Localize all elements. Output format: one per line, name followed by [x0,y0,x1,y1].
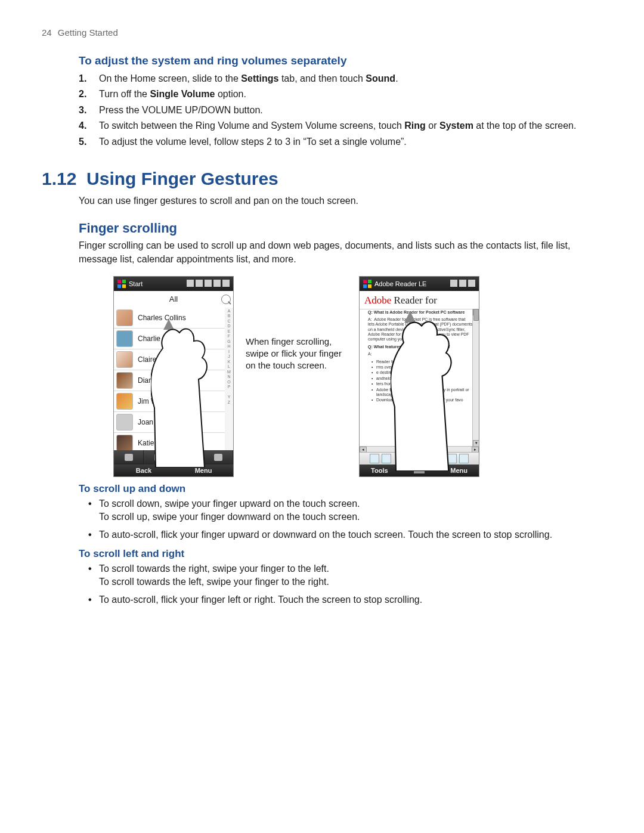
gestures-intro: You can use finger gestures to scroll an… [79,194,602,208]
all-label: All [169,295,178,304]
search-icon [221,295,231,304]
contact-name: Diana M [138,376,165,385]
list-item: To adjust the volume level, follow steps… [79,135,602,148]
contact-row: Jim Wong [114,391,225,412]
reader-softkey-bar: Tools Menu [360,465,479,476]
figure-phone-contacts: Start All Charles CollinsCharlie GrayCla… [113,276,234,477]
softkey-bar: Back Menu [114,465,233,476]
contact-row: Charles Collins [114,308,225,329]
adobe-brand-red: Adobe [364,295,391,306]
doc-q1: Q: What is Adobe Reader for Pocket PC so… [368,310,473,315]
windows-flag-icon [117,280,126,288]
vertical-scroll-thumb [473,309,479,321]
tab-icon [184,454,193,461]
contact-row: Charlie Gray [114,329,225,349]
contact-row: Katie Jackson [114,433,225,450]
list-item: Press the VOLUME UP/DOWN button. [79,104,602,117]
running-header: 24 Getting Started [42,27,602,38]
tab-icon [214,454,222,461]
figure-row: Start All Charles CollinsCharlie GrayCla… [113,276,602,477]
phone-title-bar: Start [114,277,233,291]
reader-title: Adobe Reader LE [374,280,426,287]
doc-a1: A: Adobe Reader for Pocket PC is free so… [368,317,473,342]
figure-caption: When finger scrolling, swipe or flick yo… [246,336,347,372]
contact-name: Claire Nicols [138,355,178,364]
list-item: andheld device to a remot [371,376,473,381]
softkey-menu: Menu [174,465,233,476]
list-item: rms over a wireless co [371,365,473,370]
list-item: To switch between the Ring Volume and Sy… [79,119,602,132]
avatar [116,330,133,347]
toolbar-icon [447,454,457,463]
avatar [116,351,133,368]
contact-name: Joan Smith [138,418,174,426]
doc-q2: Q: What features are new Adobe Reader f [368,345,473,349]
avatar [116,414,133,431]
status-icons [185,280,230,288]
heading-adjust-volumes: To adjust the system and ring volumes se… [79,54,602,67]
prev-page-icon: ◂ [409,456,413,462]
doc-a2-list: Reader for Pocket PCrms over a wireless … [371,360,473,403]
reader-document-body: Q: What is Adobe Reader for Pocket PC so… [362,309,473,453]
sip-keyboard-icon [414,467,425,473]
finger-scrolling-intro: Finger scrolling can be used to scroll u… [79,239,602,266]
list-item: Turn off the Single Volume option. [79,88,602,101]
toolbar-icon [382,454,391,463]
page-indicator: 1/3 [415,455,431,462]
doc-a2-label: A: [368,352,473,357]
list-item: Download and read digital editions of yo… [371,398,473,402]
heading-scroll-updown: To scroll up and down [79,483,602,495]
toolbar-icon [370,454,379,463]
list-item: Reader for Pocket PC [371,360,473,364]
avatar [116,435,133,450]
softkey-tools: Tools [360,465,400,476]
next-page-icon: ▸ [433,456,436,462]
contact-name: Charlie Gray [138,335,178,343]
steps-adjust-volumes: On the Home screen, slide to the Setting… [79,72,602,148]
first-page-icon: |◂ [401,456,407,462]
list-item: Adobe PDF Slideshows generated by in por… [371,388,473,398]
contact-row: Joan Smith [114,412,225,433]
avatar [116,309,133,326]
list-item: On the Home screen, slide to the Setting… [79,72,602,85]
bullets-updown: To scroll down, swipe your finger upward… [88,497,602,542]
list-item: To auto-scroll, flick your finger upward… [88,528,602,541]
list-item: To auto-scroll, flick your finger left o… [88,593,602,606]
section-title: Using Finger Gestures [86,169,278,188]
figure-phone-reader: Adobe Reader LE Adobe Reader for Q: What… [359,276,479,477]
status-icons [448,280,475,288]
windows-flag-icon [363,280,371,288]
reader-toolbar: |◂ ◂ 1/3 ▸ ▸| [360,452,479,465]
contact-name: Charles Collins [138,314,186,322]
subheading-finger-scrolling: Finger scrolling [79,221,602,236]
contact-row: Diana M [114,370,225,391]
softkey-back: Back [114,465,174,476]
tab-icon [125,454,133,461]
contacts-list: Charles CollinsCharlie GrayClaire Nicols… [114,308,225,450]
contacts-filter-all: All [114,291,233,308]
adobe-brand-black: Reader for [391,295,436,306]
avatar [116,372,133,389]
start-label: Start [129,280,143,287]
page-number: 24 [42,27,52,38]
section-heading-gestures: 1.12 Using Finger Gestures [42,169,602,189]
vertical-scrollbar: ▴ ▾ [472,309,479,447]
alphabet-index: ABCDEFGHIJKLMNOP YZ [225,308,233,450]
contact-row: Claire Nicols [114,349,225,370]
reader-title-bar: Adobe Reader LE [360,277,479,291]
bullets-leftright: To scroll towards the right, swipe your … [88,562,602,607]
softkey-menu: Menu [439,465,479,476]
avatar [116,393,133,410]
last-page-icon: ▸| [439,456,445,462]
heading-scroll-leftright: To scroll left and right [79,548,602,560]
tab-icon [154,454,163,461]
contact-name: Katie Jackson [138,439,182,447]
toolbar-icon [459,454,469,463]
contacts-tabbar [114,450,233,465]
list-item: To scroll down, swipe your finger upward… [88,497,602,524]
adobe-doc-header: Adobe Reader for [360,291,479,309]
section-number: 1.12 [42,169,76,188]
page-header-title: Getting Started [58,27,118,38]
list-item: ters from HP and an iPaq [371,382,473,386]
list-item: e destination server us [371,370,473,375]
